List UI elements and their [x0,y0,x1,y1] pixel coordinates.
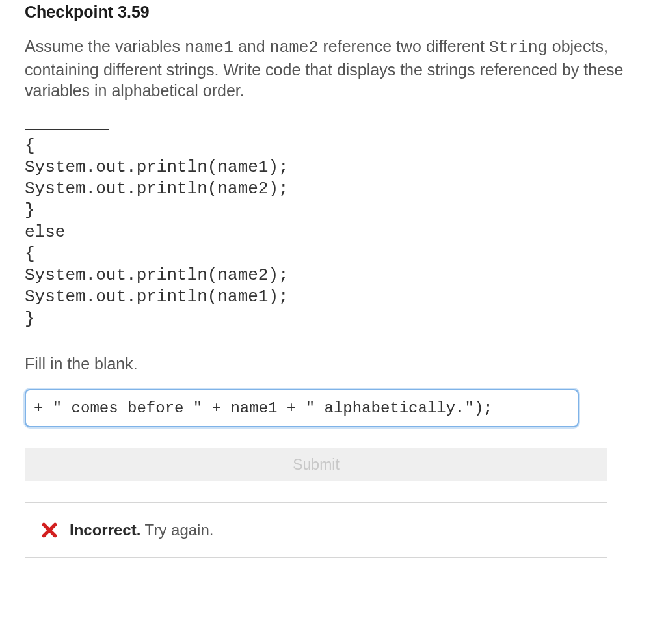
feedback-rest: Try again. [140,521,213,539]
answer-input[interactable] [25,389,579,427]
inline-code-string: String [489,38,548,57]
question-part: Assume the variables [25,37,185,55]
question-part: reference two different [319,37,489,55]
question-text: Assume the variables name1 and name2 ref… [25,36,641,101]
fill-prompt: Fill in the blank. [25,355,641,373]
feedback-status: Incorrect. [70,521,140,539]
inline-code-name2: name2 [270,38,319,57]
feedback-box: Incorrect. Try again. [25,502,607,558]
checkpoint-container: Checkpoint 3.59 Assume the variables nam… [0,0,666,578]
feedback-text: Incorrect. Try again. [70,521,213,539]
inline-code-name1: name1 [185,38,233,57]
incorrect-x-icon [41,522,58,539]
code-block: { System.out.println(name1); System.out.… [25,135,641,330]
checkpoint-title: Checkpoint 3.59 [25,3,641,21]
submit-button[interactable]: Submit [25,448,607,481]
fill-blank-line [25,129,109,130]
question-part: and [233,37,270,55]
